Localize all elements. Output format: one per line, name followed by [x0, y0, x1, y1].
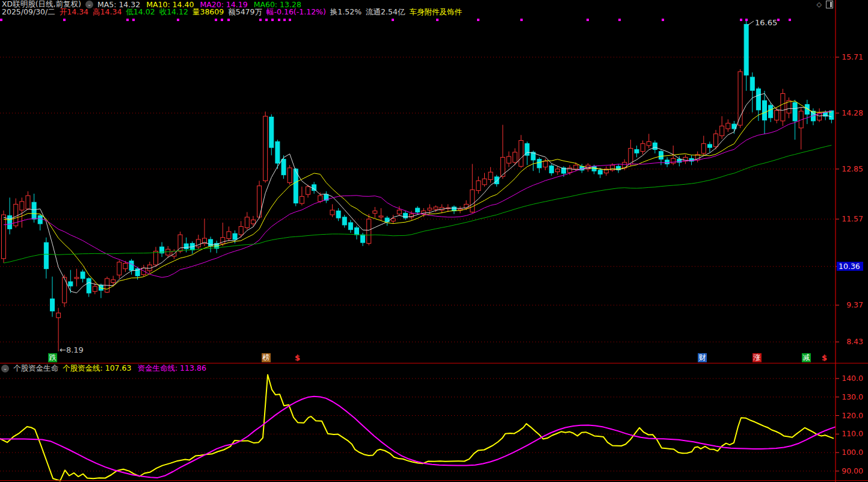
quote-field-5: 量38609: [192, 7, 224, 17]
price-chart-canvas[interactable]: [0, 0, 868, 482]
indicator-axis-label-2: 120.0: [837, 411, 863, 420]
quote-field-2: 高14.34: [93, 7, 122, 17]
quote-field-8: 换1.52%: [330, 7, 362, 17]
diamond-icon[interactable]: ◇: [817, 1, 822, 8]
indicator-axis-label-5: 90.00: [837, 466, 863, 475]
chevron-down-circle-icon[interactable]: ⌄: [1, 365, 9, 372]
price-axis-label-6: 8.43: [837, 337, 863, 346]
price-axis-label-0: 15.71: [837, 52, 863, 61]
trading-app-window: XD联明股(日线,前复权) ⌄ MA5: 14.32MA10: 14.40MA2…: [0, 0, 868, 482]
quote-field-9: 流通2.54亿: [366, 7, 405, 17]
low-price-callout: ←8.19: [60, 345, 84, 354]
price-axis-label-4: 10.36: [837, 262, 863, 271]
quote-field-7: 幅-0.16(-1.12%): [266, 7, 326, 17]
indicator-axis-label-0: 140.0: [837, 374, 863, 383]
indicator-header: ⌄ 个股资金生命 个股资金线: 107.63资金生命线: 113.86: [1, 363, 206, 374]
price-axis-label-5: 9.37: [837, 300, 863, 309]
indicator-axis-label-1: 130.0: [837, 392, 863, 401]
price-axis-label-1: 14.28: [837, 108, 863, 117]
marker-zhang: 涨: [753, 353, 762, 362]
split-window-icon[interactable]: [826, 1, 833, 8]
quote-field-3: 低14.02: [126, 7, 155, 17]
quote-values: 2025/09/30/二开14.34高14.34低14.02收14.12量386…: [2, 7, 462, 17]
indicator-name: 个股资金生命: [13, 363, 58, 374]
quote-info-bar: 2025/09/30/二开14.34高14.34低14.02收14.12量386…: [2, 8, 462, 17]
price-axis-label-3: 11.57: [837, 214, 863, 223]
marker-bang: 榜: [262, 353, 271, 362]
price-axis-label-2: 12.85: [837, 164, 863, 173]
quote-field-4: 收14.12: [159, 7, 188, 17]
high-price-callout: 16.65: [755, 18, 777, 27]
quote-field-0: 2025/09/30/二: [2, 7, 55, 17]
marker-cai: 财: [698, 353, 707, 362]
marker-dollar-1: $: [293, 353, 302, 362]
marker-die: 跌: [48, 353, 57, 362]
quote-field-6: 额5479万: [228, 7, 262, 17]
quote-field-1: 开14.34: [60, 7, 88, 17]
quote-field-10: 车身附件及饰件: [409, 7, 462, 17]
marker-dollar-2: $: [820, 353, 829, 362]
indicator-legend-0: 个股资金线: 107.63: [63, 363, 131, 374]
indicator-legend: 个股资金线: 107.63资金生命线: 113.86: [63, 363, 206, 374]
indicator-axis-label-3: 110.0: [837, 429, 863, 438]
indicator-legend-1: 资金生命线: 113.86: [137, 363, 206, 374]
marker-jian: 减: [802, 353, 811, 362]
indicator-axis-label-4: 100.0: [837, 448, 863, 457]
window-controls: ◇: [817, 1, 833, 8]
